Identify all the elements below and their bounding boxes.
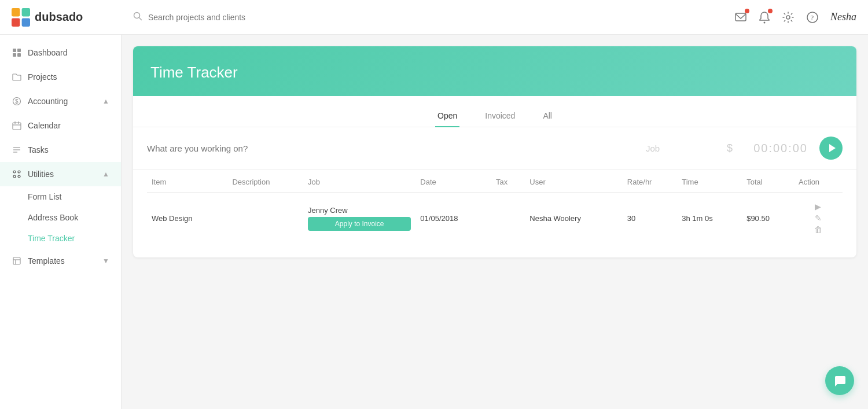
cell-time: 3h 1m 0s: [677, 193, 742, 244]
accounting-chevron: ▲: [102, 97, 109, 105]
page-title: Time Tracker: [150, 64, 839, 82]
svg-point-26: [13, 175, 16, 178]
svg-point-7: [764, 21, 766, 23]
cell-total: $90.50: [742, 193, 794, 244]
chat-bubble-button[interactable]: [825, 366, 854, 395]
tabs-row: Open Invoiced All: [133, 96, 856, 127]
accounting-label: Accounting: [28, 97, 97, 106]
dashboard-label: Dashboard: [28, 48, 109, 57]
svg-rect-28: [13, 257, 20, 264]
sidebar-item-time-tracker[interactable]: Time Tracker: [28, 228, 121, 249]
table-body: Web Design Jenny Crew Apply to Invoice 0…: [147, 193, 843, 244]
cell-date: 01/05/2018: [415, 193, 491, 244]
svg-rect-13: [13, 53, 16, 57]
svg-point-8: [786, 16, 790, 19]
col-total: Total: [742, 170, 794, 193]
utilities-chevron: ▲: [102, 170, 109, 178]
search-input[interactable]: [148, 13, 365, 22]
templates-chevron: ▼: [102, 257, 109, 265]
tab-open[interactable]: Open: [435, 105, 459, 127]
timer-row: Job $ 00:00:00: [133, 127, 856, 170]
cell-job: Jenny Crew Apply to Invoice: [303, 193, 415, 244]
utilities-label: Utilities: [28, 170, 97, 179]
calendar-label: Calendar: [28, 121, 109, 130]
svg-marker-31: [829, 144, 836, 152]
row-edit-icon[interactable]: ✎: [815, 213, 822, 223]
utilities-subitems: Form List Address Book Time Tracker: [0, 186, 121, 249]
svg-rect-17: [13, 123, 21, 130]
search-area: [133, 12, 365, 23]
svg-rect-12: [17, 49, 21, 52]
svg-line-5: [139, 17, 142, 20]
projects-label: Projects: [28, 72, 109, 82]
top-navigation: dubsado ? Nesha: [0, 0, 868, 35]
settings-button[interactable]: [782, 11, 795, 24]
sidebar-item-calendar[interactable]: Calendar: [0, 113, 121, 138]
svg-rect-1: [22, 8, 30, 16]
cell-tax: [491, 193, 525, 244]
col-time: Time: [677, 170, 742, 193]
timer-dollar-icon: $: [727, 142, 733, 154]
svg-text:?: ?: [811, 13, 814, 22]
page-header: Time Tracker: [133, 46, 856, 96]
timer-play-button[interactable]: [819, 137, 843, 160]
svg-text:$: $: [15, 98, 19, 105]
utilities-icon: [12, 169, 22, 179]
calendar-icon: [12, 120, 22, 131]
cell-description: [227, 193, 303, 244]
accounting-icon: $: [12, 96, 22, 106]
search-icon: [133, 12, 142, 23]
table-row: Web Design Jenny Crew Apply to Invoice 0…: [147, 193, 843, 244]
tasks-label: Tasks: [28, 145, 109, 154]
time-tracker-label: Time Tracker: [28, 234, 115, 243]
timer-description-input[interactable]: [147, 143, 634, 153]
notifications-button[interactable]: [759, 11, 770, 24]
timer-job-placeholder: Job: [646, 143, 715, 153]
user-menu[interactable]: Nesha: [830, 11, 856, 23]
sidebar-item-utilities[interactable]: Utilities ▲: [0, 162, 121, 186]
col-user: User: [525, 170, 623, 193]
sidebar-item-address-book[interactable]: Address Book: [28, 207, 121, 228]
app-name: dubsado: [35, 10, 83, 24]
main-content: Time Tracker Open Invoiced All Job $ 00:…: [122, 35, 868, 409]
svg-rect-0: [12, 8, 20, 16]
notifications-badge: [768, 9, 773, 13]
timer-clock-display: 00:00:00: [744, 142, 808, 155]
apply-to-invoice-button[interactable]: Apply to Invoice: [308, 217, 411, 231]
svg-point-24: [13, 171, 16, 173]
messages-button[interactable]: [734, 11, 747, 24]
sidebar-item-projects[interactable]: Projects: [0, 65, 121, 89]
page-card: Time Tracker Open Invoiced All Job $ 00:…: [133, 46, 856, 257]
dashboard-icon: [12, 47, 22, 58]
help-button[interactable]: ?: [806, 11, 819, 24]
svg-rect-6: [735, 13, 746, 21]
col-description: Description: [227, 170, 303, 193]
sidebar-item-templates[interactable]: Templates ▼: [0, 249, 121, 273]
tasks-icon: [12, 145, 22, 155]
col-action: Action: [794, 170, 843, 193]
sidebar-item-dashboard[interactable]: Dashboard: [0, 40, 121, 65]
row-delete-icon[interactable]: 🗑: [814, 225, 822, 234]
body-layout: Dashboard Projects $ Accounting ▲ Calend…: [0, 35, 868, 409]
cell-rate: 30: [623, 193, 677, 244]
sidebar-item-tasks[interactable]: Tasks: [0, 138, 121, 162]
svg-rect-2: [12, 18, 20, 26]
col-date: Date: [415, 170, 491, 193]
tab-all[interactable]: All: [540, 105, 554, 127]
logo-area: dubsado: [12, 8, 133, 27]
projects-icon: [12, 72, 22, 82]
row-play-icon[interactable]: ▶: [815, 202, 821, 211]
job-name: Jenny Crew: [308, 206, 411, 215]
sidebar-item-form-list[interactable]: Form List: [28, 186, 121, 207]
tab-invoiced[interactable]: Invoiced: [483, 105, 517, 127]
sidebar: Dashboard Projects $ Accounting ▲ Calend…: [0, 35, 122, 409]
svg-point-27: [18, 175, 20, 178]
sidebar-item-accounting[interactable]: $ Accounting ▲: [0, 89, 121, 113]
table-head: Item Description Job Date Tax User Rate/…: [147, 170, 843, 193]
col-rate: Rate/hr: [623, 170, 677, 193]
time-tracker-table: Item Description Job Date Tax User Rate/…: [147, 170, 843, 244]
nav-actions: ? Nesha: [734, 11, 856, 24]
templates-icon: [12, 256, 22, 266]
templates-label: Templates: [28, 256, 97, 266]
col-job: Job: [303, 170, 415, 193]
